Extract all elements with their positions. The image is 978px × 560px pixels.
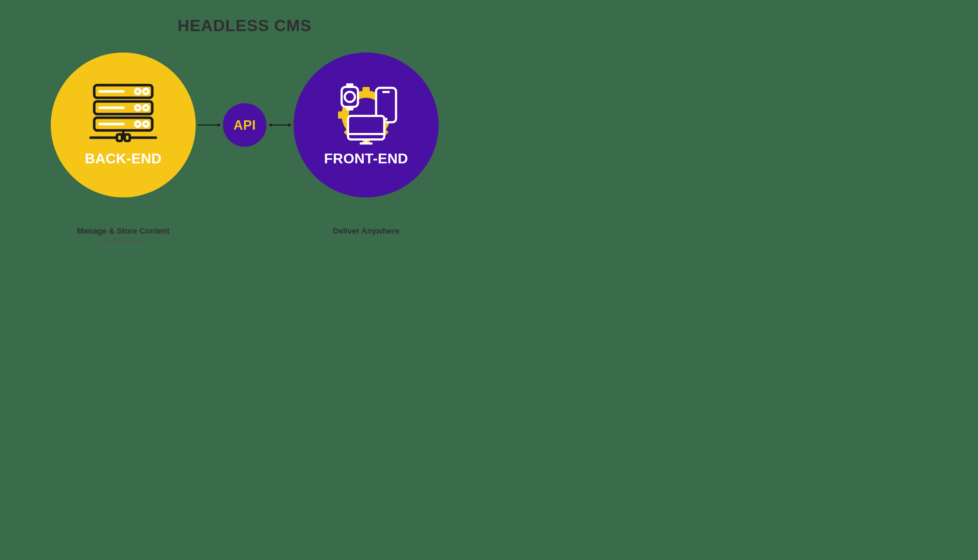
svg-point-7	[144, 105, 149, 110]
svg-rect-15	[125, 134, 130, 141]
svg-marker-20	[289, 123, 291, 127]
api-label: API	[234, 118, 256, 133]
svg-rect-22	[363, 87, 370, 94]
diagram-title: HEADLESS CMS	[0, 16, 489, 35]
backend-circle: BACK-END	[51, 53, 196, 197]
svg-point-3	[144, 89, 149, 94]
svg-rect-32	[346, 107, 353, 110]
frontend-circle: FRONT-END	[294, 53, 439, 197]
svg-rect-14	[117, 134, 122, 141]
svg-marker-18	[269, 123, 271, 127]
backend-label: BACK-END	[85, 150, 162, 167]
svg-point-11	[144, 121, 149, 127]
api-circle: API	[223, 103, 266, 147]
svg-point-6	[135, 105, 140, 110]
svg-rect-37	[348, 116, 384, 140]
backend-caption-line2: (Database)	[51, 235, 196, 245]
svg-point-10	[135, 121, 140, 127]
frontend-label: FRONT-END	[324, 150, 408, 167]
devices-gear-icon	[328, 83, 404, 145]
svg-rect-24	[338, 111, 346, 118]
svg-point-2	[135, 89, 140, 94]
backend-caption-line1: Manage & Store Content	[51, 227, 196, 235]
diagram-stage: HEADLESS CMS	[0, 0, 489, 280]
backend-caption: Manage & Store Content (Database)	[51, 227, 196, 245]
server-stack-icon	[85, 83, 161, 145]
frontend-caption-line1: Deliver Anywhere	[294, 227, 439, 235]
arrow-backend-to-api-icon	[197, 123, 221, 127]
frontend-caption: Deliver Anywhere	[294, 227, 439, 235]
svg-rect-31	[346, 83, 353, 87]
svg-marker-17	[218, 123, 221, 127]
arrow-api-to-frontend-icon	[268, 123, 292, 127]
